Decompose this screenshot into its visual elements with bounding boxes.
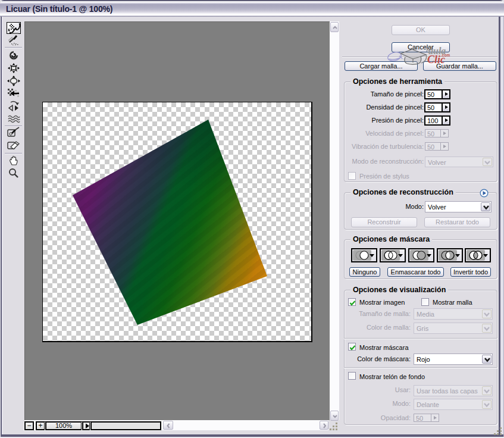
svg-text:Clic: Clic <box>427 54 445 65</box>
